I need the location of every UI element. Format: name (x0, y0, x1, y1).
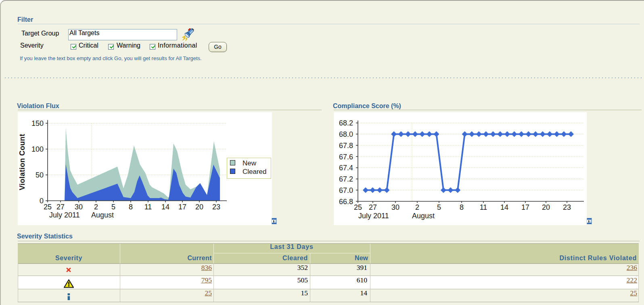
svg-text:67.2: 67.2 (339, 175, 353, 183)
svg-text:50: 50 (36, 171, 44, 179)
svg-text:150: 150 (31, 119, 44, 127)
svg-text:August: August (412, 212, 435, 220)
svg-text:23: 23 (563, 203, 571, 211)
svg-text:July 2011: July 2011 (49, 211, 80, 219)
svg-text:27: 27 (56, 203, 65, 211)
svg-text:17: 17 (178, 203, 186, 211)
svg-text:14: 14 (500, 203, 508, 211)
svg-text:66.8: 66.8 (339, 198, 353, 206)
svg-text:20: 20 (542, 203, 550, 211)
svg-text:68.2: 68.2 (339, 119, 353, 127)
svg-text:2: 2 (415, 203, 419, 211)
svg-text:25: 25 (44, 203, 52, 211)
svg-text:14: 14 (161, 203, 169, 211)
svg-text:23: 23 (212, 203, 220, 211)
svg-text:2: 2 (94, 203, 98, 211)
svg-text:5: 5 (111, 203, 115, 211)
svg-text:August: August (91, 211, 114, 219)
svg-text:67.8: 67.8 (339, 142, 353, 150)
svg-text:67.6: 67.6 (339, 153, 353, 161)
svg-text:17: 17 (521, 203, 529, 211)
svg-text:25: 25 (354, 203, 362, 211)
svg-text:5: 5 (437, 203, 441, 211)
svg-text:68.0: 68.0 (339, 130, 353, 138)
svg-text:30: 30 (75, 203, 83, 211)
svg-text:11: 11 (144, 203, 152, 211)
svg-text:8: 8 (129, 203, 133, 211)
svg-text:67.4: 67.4 (339, 164, 353, 172)
svg-text:67.0: 67.0 (339, 186, 353, 194)
svg-text:11: 11 (480, 203, 487, 211)
svg-text:July 2011: July 2011 (358, 212, 389, 220)
svg-text:0: 0 (40, 197, 44, 205)
svg-text:30: 30 (391, 203, 399, 211)
svg-text:20: 20 (195, 203, 203, 211)
svg-text:8: 8 (460, 203, 464, 211)
svg-text:100: 100 (31, 145, 44, 153)
svg-text:27: 27 (369, 203, 377, 211)
svg-text:Violation Count: Violation Count (18, 134, 26, 190)
